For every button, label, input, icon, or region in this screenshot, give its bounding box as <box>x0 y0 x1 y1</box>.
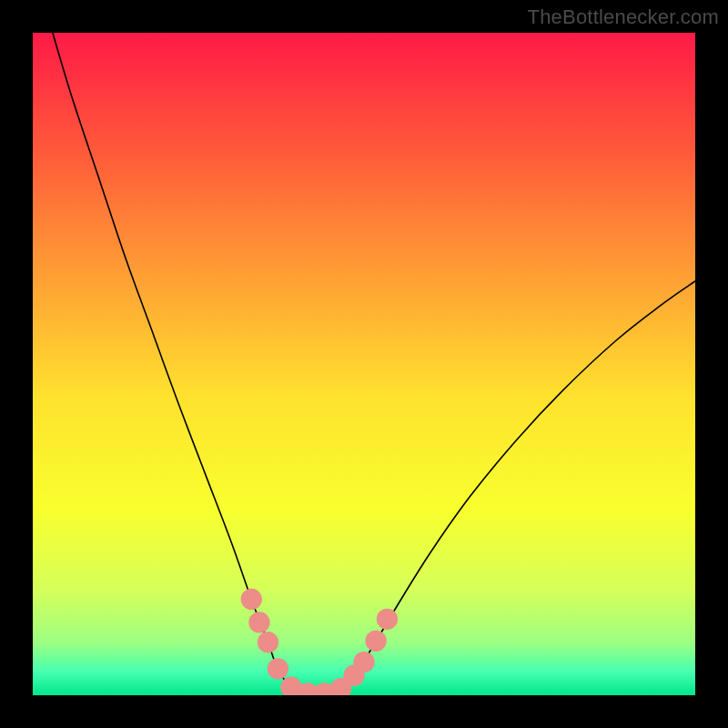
gradient-background <box>33 33 695 695</box>
marker-dot <box>241 589 262 610</box>
marker-dot <box>268 658 288 679</box>
marker-dot <box>248 612 269 632</box>
chart-frame: TheBottlenecker.com <box>0 0 728 728</box>
watermark-text: TheBottlenecker.com <box>528 5 719 29</box>
bottleneck-chart <box>33 33 695 695</box>
marker-dot <box>365 631 386 652</box>
marker-dot <box>377 609 398 630</box>
marker-dot <box>258 632 278 652</box>
marker-dot <box>353 652 374 672</box>
